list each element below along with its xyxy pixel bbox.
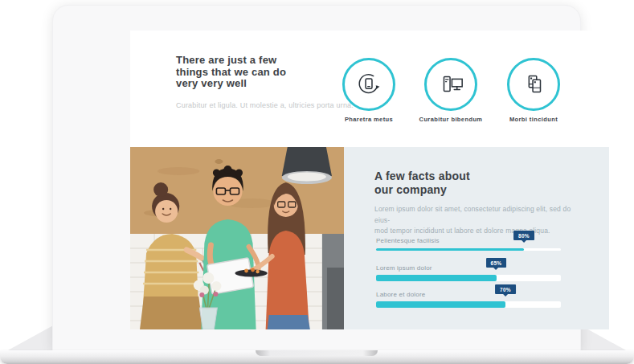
feature-curabitur-bibendum: Curabitur bibendum	[407, 58, 495, 123]
feature-circle	[424, 58, 477, 111]
phone-sync-icon	[355, 71, 382, 98]
progress-fill	[376, 275, 497, 281]
laptop-base-notch	[256, 350, 378, 356]
progress-bar-lorem: Lorem ipsum dolor 65%	[376, 260, 561, 284]
team-photo	[130, 147, 344, 329]
progress-track	[376, 301, 561, 308]
laptop-screen-bezel: There are just a few things that we can …	[52, 5, 581, 351]
hero-title-line: There are just a few	[176, 55, 286, 67]
feature-pharetra-metus: Pharetra metus	[325, 58, 413, 123]
progress-bar-pellentesque: Pellentesque facilisis 80%	[376, 232, 561, 256]
facts-section: A few facts about our company Lorem ipsu…	[344, 147, 609, 329]
team-photo-illustration	[130, 147, 344, 329]
progress-value-badge: 70%	[495, 284, 516, 294]
progress-label: Lorem ipsum dolor	[376, 264, 432, 272]
mobile-devices-icon	[520, 71, 547, 98]
hero-title-line: very very well	[176, 78, 286, 90]
feature-morbi-tincidunt: Morbi tincidunt	[489, 58, 578, 123]
facts-title: A few facts about our company	[374, 170, 470, 197]
progress-track	[376, 248, 561, 251]
facts-body-line: Lorem ipsum dolor sit amet, consectetur …	[374, 204, 575, 226]
laptop-mockup-page: There are just a few things that we can …	[0, 0, 634, 364]
facts-title-line: A few facts about	[374, 170, 470, 183]
progress-fill	[376, 301, 505, 308]
progress-fill	[376, 248, 524, 251]
hero-title-line: things that we can do	[176, 67, 286, 79]
progress-label: Labore et dolore	[376, 291, 425, 298]
progress-label: Pellentesque facilisis	[376, 237, 440, 244]
progress-value-badge: 80%	[513, 231, 534, 240]
facts-title-line: our company	[374, 183, 470, 197]
progress-value-badge: 65%	[486, 258, 507, 268]
feature-label: Pharetra metus	[325, 116, 413, 123]
progress-track	[376, 275, 561, 281]
feature-circle	[507, 58, 560, 111]
desktop-computer-icon	[437, 71, 464, 98]
progress-bar-labore: Labore et dolore 70%	[376, 286, 561, 310]
feature-circle	[342, 58, 395, 111]
hero-title: There are just a few things that we can …	[176, 55, 286, 90]
website-viewport: There are just a few things that we can …	[130, 31, 609, 329]
feature-label: Morbi tincidunt	[489, 116, 578, 123]
feature-label: Curabitur bibendum	[407, 116, 495, 123]
laptop-shadow-left	[6, 325, 55, 351]
